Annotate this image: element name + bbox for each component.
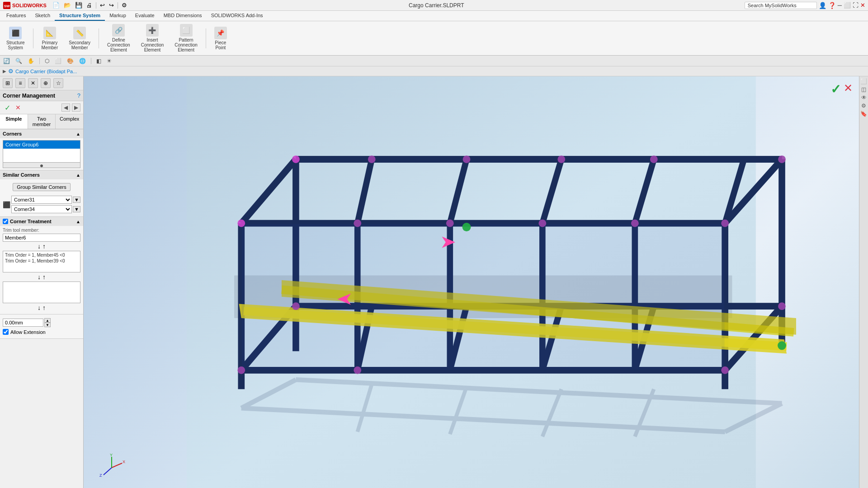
tab-addins[interactable]: SOLIDWORKS Add-Ins	[207, 11, 268, 21]
appearance-icon[interactable]: 🎨	[66, 57, 75, 65]
panel-icon-3[interactable]: ✕	[28, 78, 38, 88]
corner-treatment-checkbox[interactable]	[3, 219, 8, 224]
svg-point-55	[778, 341, 786, 350]
corners-label: Corners	[3, 131, 22, 136]
svg-point-50	[650, 155, 658, 163]
panel-icon-1[interactable]: ⊞	[3, 78, 13, 88]
trim3-up-arrow[interactable]: ↑	[42, 304, 46, 311]
toolbar-print[interactable]: 🖨	[85, 1, 94, 9]
group-similar-btn[interactable]: Group Similar Corners	[13, 183, 70, 191]
empty-list	[3, 282, 80, 303]
corner34-dropdown[interactable]: Corner34	[11, 205, 72, 213]
tab-features[interactable]: Features	[2, 11, 30, 21]
rt-icon-5[interactable]: 🔖	[860, 111, 868, 117]
fullscreen-btn[interactable]: ⛶	[853, 2, 859, 9]
svg-line-66	[112, 463, 122, 468]
cm-panel: Corner Management ? ✓ ✕ ◀ ▶ Simple Two m…	[0, 90, 83, 339]
display-quality-icon[interactable]: ◧	[95, 57, 103, 65]
toolbar-new[interactable]: 📄	[51, 1, 61, 9]
ribbon-structure-system[interactable]: ⬛ StructureSystem	[4, 26, 28, 51]
ribbon-piece-point[interactable]: 📌 PiecePoint	[212, 26, 230, 51]
toolbar-undo[interactable]: ↩	[99, 1, 106, 9]
display-style-icon[interactable]: ⬜	[53, 57, 63, 65]
offset-input[interactable]: 0.00mm	[3, 319, 43, 327]
pan-icon[interactable]: ✋	[26, 57, 36, 65]
svg-text:Z: Z	[99, 473, 102, 478]
search-bar[interactable]: Search MySolidWorks	[745, 2, 817, 9]
toolbar-settings[interactable]: ⚙	[120, 1, 128, 9]
user-icon[interactable]: 👤	[819, 2, 826, 9]
ribbon-secondary-member[interactable]: 📏 SecondaryMember	[66, 26, 93, 51]
section-view-icon[interactable]: ⬡	[43, 57, 51, 65]
similar-corners-header[interactable]: Similar Corners ▲	[0, 170, 83, 179]
secondary-member-icon: 📏	[73, 27, 86, 39]
top-bar: SW SOLIDWORKS 📄 📂 💾 🖨 ↩ ↪ ⚙ Cargo Carrie…	[0, 0, 868, 11]
cm-help-icon[interactable]: ?	[77, 92, 80, 99]
corner34-expand[interactable]: ▼	[73, 206, 80, 212]
tab-evaluate[interactable]: Evaluate	[131, 11, 159, 21]
rt-icon-3[interactable]: 👁	[860, 94, 868, 101]
scene-icon[interactable]: 🌐	[78, 57, 87, 65]
spin-down[interactable]: ▼	[44, 323, 51, 327]
svg-point-43	[721, 220, 729, 227]
corner31-dropdown[interactable]: Corner31	[11, 196, 72, 204]
toolbar-save[interactable]: 💾	[74, 1, 84, 9]
trim-tool-input[interactable]: Member6	[3, 234, 80, 242]
allow-extension-checkbox[interactable]	[3, 329, 9, 335]
minimize-btn[interactable]: ─	[838, 2, 842, 9]
cancel-button[interactable]: ✕	[14, 103, 23, 112]
tab-sketch[interactable]: Sketch	[30, 11, 55, 21]
forward-button[interactable]: ▶	[72, 103, 80, 112]
ribbon-define-connection[interactable]: 🔗 DefineConnectionElement	[104, 23, 133, 53]
tab-simple[interactable]: Simple	[0, 114, 28, 129]
corner-treatment-header[interactable]: Corner Treatment ▲	[0, 217, 83, 226]
cm-actions: ✓ ✕ ◀ ▶	[0, 101, 83, 114]
trim2-down-arrow[interactable]: ↓	[38, 273, 41, 281]
trim-up-arrow[interactable]: ↑	[42, 243, 46, 250]
ok-button[interactable]: ✓	[3, 103, 12, 112]
tab-markup[interactable]: Markup	[105, 11, 131, 21]
similar-corners-icon: ⬛	[3, 201, 10, 208]
tab-complex[interactable]: Complex	[56, 114, 83, 129]
breadcrumb-item[interactable]: Cargo Carrier (Biodapt Pa...	[15, 69, 77, 74]
svg-point-52	[292, 302, 300, 310]
rotate-icon[interactable]: 🔄	[2, 57, 11, 65]
corners-list-footer: ●	[3, 163, 80, 168]
corner31-expand[interactable]: ▼	[73, 197, 80, 203]
toolbar-open[interactable]: 📂	[62, 1, 72, 9]
panel-icon-5[interactable]: ☆	[53, 78, 63, 88]
spin-up[interactable]: ▲	[44, 318, 51, 323]
svg-text:Y: Y	[110, 453, 113, 457]
zoom-icon[interactable]: 🔍	[14, 57, 24, 65]
corner-group6-item[interactable]: Corner Group6	[3, 141, 80, 149]
svg-point-53	[778, 302, 786, 310]
trim3-down-arrow[interactable]: ↓	[38, 304, 41, 311]
rt-icon-1[interactable]: ⬜	[860, 78, 868, 84]
tab-two-member[interactable]: Two member	[28, 114, 56, 129]
corner-treatment-body: Trim tool member: Member6 ↓ ↑ Trim Order…	[0, 226, 83, 314]
ribbon-pattern-connection[interactable]: ⬜ PatternConnectionElement	[172, 23, 200, 53]
trim-down-arrow[interactable]: ↓	[38, 243, 41, 250]
ribbon-insert-connection[interactable]: ➕ InsertConnectionElement	[138, 23, 167, 53]
shadows-icon[interactable]: ☀	[105, 57, 113, 65]
ribbon-primary-member[interactable]: 📐 PrimaryMember	[39, 26, 61, 51]
trim2-up-arrow[interactable]: ↑	[42, 273, 46, 281]
toolbar-redo[interactable]: ↪	[108, 1, 115, 9]
window-title: Cargo Carrier.SLDPRT	[130, 2, 743, 9]
close-btn[interactable]: ✕	[860, 2, 865, 9]
breadcrumb-arrow: ▶	[3, 69, 6, 74]
breadcrumb: ▶ ⚙ Cargo Carrier (Biodapt Pa...	[0, 66, 868, 76]
help-icon[interactable]: ❓	[828, 2, 836, 9]
tab-structure-system[interactable]: Structure System	[55, 11, 105, 21]
corners-header[interactable]: Corners ▲	[0, 129, 83, 138]
tab-mbd[interactable]: MBD Dimensions	[159, 11, 207, 21]
rt-icon-2[interactable]: ◫	[860, 86, 868, 93]
divider-2	[99, 28, 99, 48]
pattern-connection-icon: ⬜	[180, 24, 193, 37]
rt-icon-4[interactable]: ⚙	[860, 103, 868, 109]
maximize-btn[interactable]: ⬜	[844, 2, 851, 9]
panel-icon-4[interactable]: ⊕	[41, 78, 51, 88]
panel-icon-2[interactable]: ≡	[15, 78, 25, 88]
corner-treatment-section: Corner Treatment ▲ Trim tool member: Mem…	[0, 217, 83, 314]
back-button[interactable]: ◀	[61, 103, 70, 112]
